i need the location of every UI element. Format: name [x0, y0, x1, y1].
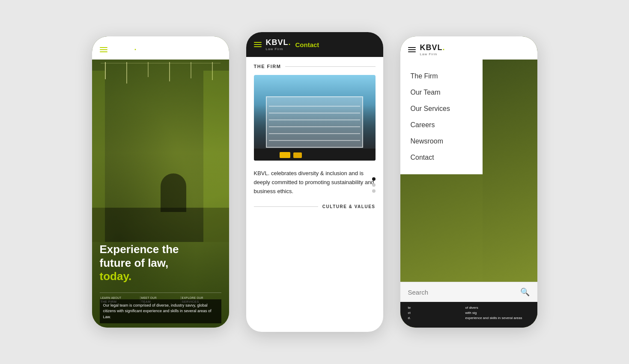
hero-line2: future of law,	[100, 257, 169, 269]
phone2-header: KBVL. Law Firm Contact	[246, 32, 383, 57]
phone2-brand: KBVL.	[266, 38, 291, 47]
active-page-label: Contact	[295, 41, 319, 48]
search-bar[interactable]: 🔍	[400, 282, 537, 302]
section-the-firm-label: THE FIRM	[254, 64, 376, 69]
culture-label-text: CULTURE & VALUES	[322, 204, 376, 209]
dot-3[interactable]	[372, 189, 376, 193]
logo: KBVL. Law Firm	[112, 43, 137, 56]
section-label-text: THE FIRM	[254, 64, 281, 69]
phone-3: KBVL. Law Firm The Firm Our Team Our Ser…	[400, 36, 537, 328]
phone3-logo: KBVL. Law Firm	[420, 43, 445, 56]
building-facade	[266, 96, 363, 148]
menu-item-our-services[interactable]: Our Services	[411, 101, 472, 117]
hero-line1: Experience the	[100, 243, 179, 256]
menu-item-our-team[interactable]: Our Team	[411, 84, 472, 101]
hero-content: Experience the future of law, today.	[100, 243, 221, 285]
phone2-body: THE FIRM KBVL. celebrates diversity & in…	[246, 57, 383, 216]
phone3-brand: KBVL.	[420, 43, 445, 52]
brand-sub: Law Firm	[112, 52, 129, 56]
building-image	[254, 75, 376, 161]
phone1-header: KBVL. Law Firm	[92, 36, 229, 60]
dot-2[interactable]	[372, 183, 376, 187]
hero-title: Experience the future of law, today.	[100, 243, 221, 283]
phone-1: KBVL. Law Firm Experience the future of …	[92, 36, 229, 328]
body-paragraph: KBVL. celebrates diversity & inclusion a…	[254, 169, 376, 196]
menu-item-contact[interactable]: Contact	[411, 149, 472, 166]
culture-label: CULTURE & VALUES	[254, 204, 376, 209]
phones-container: KBVL. Law Firm Experience the future of …	[75, 15, 554, 349]
menu-item-careers[interactable]: Careers	[411, 117, 472, 133]
logo-dot: .	[443, 43, 445, 52]
menu-panel: The Firm Our Team Our Services Careers N…	[400, 60, 483, 174]
menu-item-the-firm[interactable]: The Firm	[411, 68, 472, 84]
brand-name: KBVL.	[112, 43, 137, 52]
phone-2: KBVL. Law Firm Contact THE FIRM K	[246, 32, 383, 332]
hamburger-menu[interactable]	[100, 47, 107, 52]
dot-1[interactable]	[372, 177, 376, 181]
footer-right-text: of diverswith sigexperience and skills i…	[465, 305, 534, 321]
footer-right: of diverswith sigexperience and skills i…	[462, 302, 537, 328]
phone2-hamburger[interactable]	[254, 42, 262, 47]
phone2-logo: KBVL. Law Firm	[266, 38, 291, 51]
phone3-hamburger[interactable]	[408, 47, 416, 52]
hero-accent: today.	[100, 270, 132, 283]
footer-text-content: Our legal team is comprised of diverse, …	[103, 303, 212, 319]
search-icon[interactable]: 🔍	[520, 287, 530, 297]
carousel-dots[interactable]	[372, 177, 376, 193]
menu-item-newsroom[interactable]: Newsroom	[411, 133, 472, 149]
search-input[interactable]	[408, 289, 520, 296]
phone3-header: KBVL. Law Firm	[400, 36, 537, 60]
phone3-sub: Law Firm	[420, 52, 438, 56]
phone2-sub: Law Firm	[266, 47, 283, 51]
text-section: KBVL. celebrates diversity & inclusion a…	[254, 167, 376, 203]
footer-description: Our legal team is comprised of diverse, …	[100, 299, 221, 324]
